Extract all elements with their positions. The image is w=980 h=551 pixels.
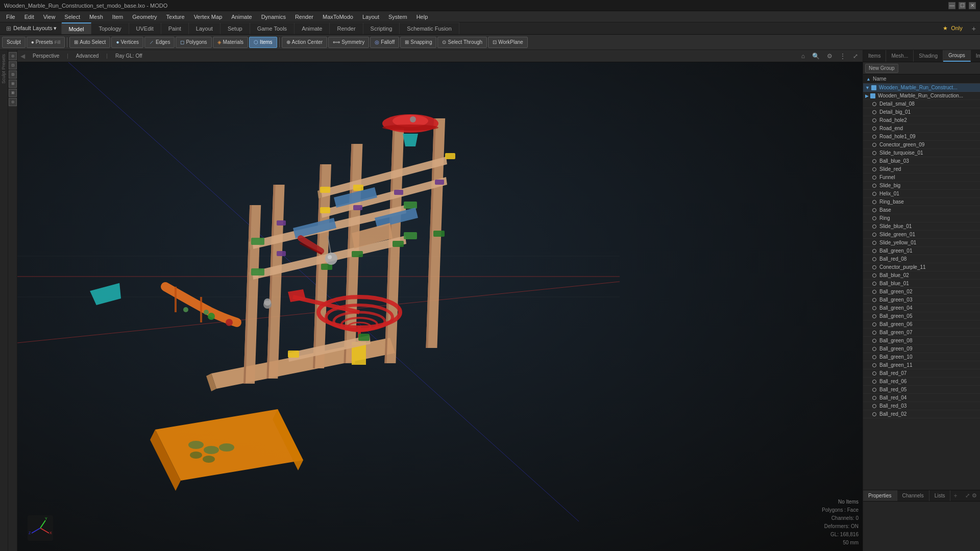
rp-tab-groups[interactable]: Groups bbox=[943, 50, 971, 62]
item-row[interactable]: Slide_green_01 bbox=[863, 231, 980, 239]
rpb-tab-channels[interactable]: Channels bbox=[897, 490, 929, 501]
item-row[interactable]: Ball_green_03 bbox=[863, 296, 980, 304]
item-row[interactable]: Ball_red_07 bbox=[863, 369, 980, 378]
item-row[interactable]: Slide_red bbox=[863, 165, 980, 173]
item-row[interactable]: Road_end bbox=[863, 124, 980, 133]
window-controls[interactable]: — ☐ ✕ bbox=[948, 2, 976, 9]
menu-item-view[interactable]: View bbox=[39, 13, 60, 21]
tab-paint[interactable]: Paint bbox=[161, 22, 189, 34]
presets-button[interactable]: ● Presets Fill bbox=[27, 37, 65, 48]
edges-button[interactable]: ⟋ Edges bbox=[144, 37, 175, 48]
rp-tab-items[interactable]: Items bbox=[863, 50, 886, 62]
item-row[interactable]: Ball_red_05 bbox=[863, 386, 980, 394]
viewport-3d[interactable]: X Y Z No Items Polygons : Face Channels:… bbox=[17, 62, 863, 551]
menu-item-animate[interactable]: Animate bbox=[227, 13, 256, 21]
menu-item-edit[interactable]: Edit bbox=[20, 13, 38, 21]
menu-item-texture[interactable]: Texture bbox=[162, 13, 189, 21]
tab-setup[interactable]: Setup bbox=[220, 22, 250, 34]
item-row[interactable]: Ball_blue_03 bbox=[863, 157, 980, 165]
viewport-icon-home[interactable]: ⌂ bbox=[800, 53, 806, 60]
item-row[interactable]: Ball_green_05 bbox=[863, 312, 980, 320]
layout-selector[interactable]: Default Layouts ▾ bbox=[13, 25, 57, 32]
items-list[interactable]: ▼ Wooden_Marble_Run_Construct... ▶Wooden… bbox=[863, 84, 980, 490]
tab-render[interactable]: Render bbox=[330, 22, 363, 34]
viewport-icon-expand[interactable]: ⤢ bbox=[851, 53, 860, 60]
item-row[interactable]: Ring bbox=[863, 214, 980, 222]
tab-uvedit[interactable]: UVEdit bbox=[129, 22, 161, 34]
menu-item-select[interactable]: Select bbox=[60, 13, 84, 21]
item-row[interactable]: Road_hole2 bbox=[863, 116, 980, 124]
item-row[interactable]: Slide_blue_01 bbox=[863, 222, 980, 231]
new-group-button[interactable]: New Group bbox=[865, 64, 898, 73]
viewport-raygl-toggle[interactable]: Ray GL: Off bbox=[112, 52, 146, 60]
item-row[interactable]: Helix_01 bbox=[863, 190, 980, 198]
menu-item-system[interactable]: System bbox=[384, 13, 411, 21]
item-row[interactable]: Ball_red_08 bbox=[863, 255, 980, 263]
item-row-root[interactable]: ▼ Wooden_Marble_Run_Construct... bbox=[863, 84, 980, 92]
rpb-tab-lists[interactable]: Lists bbox=[929, 490, 951, 501]
close-button[interactable]: ✕ bbox=[969, 2, 976, 9]
item-row[interactable]: Ball_red_03 bbox=[863, 402, 980, 410]
left-panel-btn-4[interactable]: ⊠ bbox=[9, 89, 17, 97]
sculpt-button[interactable]: Sculpt bbox=[2, 37, 26, 48]
item-row[interactable]: Conector_purple_11 bbox=[863, 263, 980, 271]
item-row[interactable]: ▶Wooden_Marble_Run_Construction... bbox=[863, 92, 980, 100]
tab-game-tools[interactable]: Game Tools bbox=[250, 22, 295, 34]
menu-item-vertex-map[interactable]: Vertex Map bbox=[190, 13, 227, 21]
star-only-toggle[interactable]: ★ Only bbox=[938, 22, 968, 34]
item-row[interactable]: Ball_green_09 bbox=[863, 345, 980, 353]
item-row[interactable]: Ball_red_06 bbox=[863, 378, 980, 386]
rp-tab-images[interactable]: Images bbox=[971, 50, 980, 62]
menu-item-help[interactable]: Help bbox=[412, 13, 432, 21]
menu-item-render[interactable]: Render bbox=[291, 13, 317, 21]
item-row[interactable]: Slide_turquoise_01 bbox=[863, 149, 980, 157]
maximize-button[interactable]: ☐ bbox=[959, 2, 966, 9]
left-panel-btn-3[interactable]: ⊞ bbox=[9, 80, 17, 88]
menu-item-dynamics[interactable]: Dynamics bbox=[257, 13, 290, 21]
menu-item-maxtomod[interactable]: MaxToModo bbox=[318, 13, 357, 21]
symmetry-button[interactable]: ⟺ Symmetry bbox=[328, 37, 369, 48]
tab-scripting[interactable]: Scripting bbox=[363, 22, 400, 34]
item-row[interactable]: Ball_green_11 bbox=[863, 361, 980, 369]
rpb-tab-add[interactable]: + bbox=[950, 490, 960, 501]
left-panel-btn-0[interactable]: ⊙ bbox=[9, 52, 17, 60]
tab-animate[interactable]: Animate bbox=[295, 22, 330, 34]
tab-model[interactable]: Model bbox=[62, 22, 92, 34]
item-row[interactable]: Ball_green_02 bbox=[863, 288, 980, 296]
item-row[interactable]: Ball_red_04 bbox=[863, 394, 980, 402]
item-row[interactable]: Ball_green_01 bbox=[863, 247, 980, 255]
item-row[interactable]: Slide_big bbox=[863, 182, 980, 190]
falloff-button[interactable]: ◎ Falloff bbox=[370, 37, 399, 48]
item-row[interactable]: Ring_base bbox=[863, 198, 980, 206]
item-row[interactable]: Ball_green_07 bbox=[863, 329, 980, 337]
left-panel-btn-5[interactable]: ⊙ bbox=[9, 98, 17, 106]
menu-item-file[interactable]: File bbox=[2, 13, 19, 21]
add-tab-button[interactable]: + bbox=[968, 22, 980, 34]
tab-layout[interactable]: Layout bbox=[189, 22, 220, 34]
menu-item-layout[interactable]: Layout bbox=[358, 13, 383, 21]
rpb-icon-expand[interactable]: ⤢ bbox=[965, 492, 970, 499]
tab-topology[interactable]: Topology bbox=[91, 22, 129, 34]
item-row[interactable]: Ball_green_10 bbox=[863, 353, 980, 361]
rp-tab-shading[interactable]: Shading bbox=[914, 50, 943, 62]
minimize-button[interactable]: — bbox=[948, 2, 955, 9]
viewport-icon-settings[interactable]: ⚙ bbox=[825, 53, 834, 60]
item-row[interactable]: Ball_red_02 bbox=[863, 410, 980, 418]
item-row[interactable]: Detail_smal_08 bbox=[863, 100, 980, 108]
items-button[interactable]: ⬡ Items bbox=[249, 37, 277, 48]
action-center-button[interactable]: ⊕ Action Center bbox=[282, 37, 328, 48]
viewport-advanced-selector[interactable]: Advanced bbox=[72, 52, 102, 60]
snapping-button[interactable]: ⊞ Snapping bbox=[400, 37, 436, 48]
viewport-icon-zoom[interactable]: 🔍 bbox=[811, 53, 821, 60]
menu-item-mesh[interactable]: Mesh bbox=[85, 13, 107, 21]
select-through-button[interactable]: ⊙ Select Through bbox=[437, 37, 487, 48]
tab-schematic-fusion[interactable]: Schematic Fusion bbox=[400, 22, 459, 34]
menu-item-geometry[interactable]: Geometry bbox=[128, 13, 161, 21]
left-panel-btn-1[interactable]: ⊡ bbox=[9, 61, 17, 69]
workplane-button[interactable]: ⊡ WorkPlane bbox=[488, 37, 528, 48]
viewport-expand-icon[interactable]: ◀ bbox=[20, 53, 25, 60]
item-row[interactable]: Ball_green_04 bbox=[863, 304, 980, 312]
item-row[interactable]: Funnel bbox=[863, 173, 980, 182]
item-row[interactable]: Slide_yellow_01 bbox=[863, 239, 980, 247]
item-row[interactable]: Detail_big_01 bbox=[863, 108, 980, 116]
